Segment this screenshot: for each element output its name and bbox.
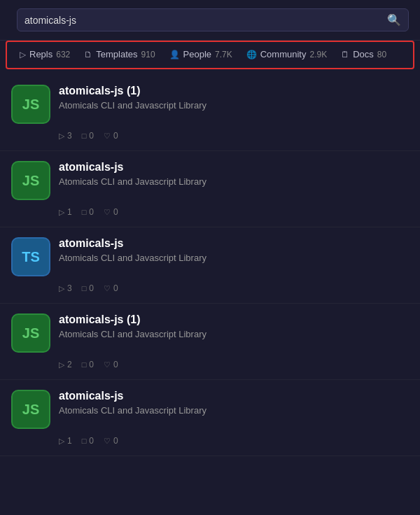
- tab-docs[interactable]: 🗒 Docs 80: [334, 42, 393, 68]
- tab-count-community: 2.9K: [309, 50, 327, 59]
- tab-label-repls: Repls: [29, 49, 52, 59]
- card-description: Atomicals CLI and Javascript Library: [59, 329, 409, 339]
- fork-icon: ▷: [59, 284, 64, 293]
- tab-people[interactable]: 👤 People 7.7K: [162, 42, 239, 68]
- comments-count: 0: [89, 207, 94, 217]
- likes-count: 0: [113, 360, 118, 369]
- fork-icon: ▷: [59, 208, 64, 217]
- tab-count-templates: 910: [141, 50, 155, 59]
- result-card[interactable]: JS atomicals-js Atomicals CLI and Javasc…: [0, 151, 420, 227]
- stat-likes: ♡ 0: [104, 360, 118, 369]
- card-info: atomicals-js Atomicals CLI and Javascrip…: [59, 161, 409, 187]
- card-stats: ▷ 3 □ 0 ♡ 0: [11, 283, 409, 293]
- stat-forks: ▷ 1: [59, 207, 72, 217]
- card-icon: TS: [11, 237, 50, 276]
- likes-count: 0: [113, 283, 118, 293]
- card-stats: ▷ 3 □ 0 ♡ 0: [11, 131, 409, 141]
- comment-icon: □: [82, 208, 87, 216]
- stat-forks: ▷ 2: [59, 360, 72, 369]
- stat-comments: □ 0: [82, 207, 94, 217]
- card-icon: JS: [11, 161, 50, 200]
- stat-forks: ▷ 1: [59, 436, 72, 446]
- likes-count: 0: [113, 207, 118, 217]
- card-top: JS atomicals-js (1) Atomicals CLI and Ja…: [11, 313, 409, 353]
- search-input[interactable]: [24, 15, 383, 26]
- forks-count: 1: [67, 436, 72, 446]
- card-title: atomicals-js: [59, 390, 409, 402]
- tab-label-docs: Docs: [353, 49, 374, 59]
- card-description: Atomicals CLI and Javascript Library: [59, 176, 409, 187]
- fork-icon: ▷: [59, 360, 64, 369]
- stat-likes: ♡ 0: [104, 131, 118, 141]
- tab-icon-repls: ▷: [20, 50, 26, 59]
- forks-count: 2: [67, 360, 72, 369]
- card-stats: ▷ 1 □ 0 ♡ 0: [11, 207, 409, 217]
- card-info: atomicals-js (1) Atomicals CLI and Javas…: [59, 85, 409, 111]
- comments-count: 0: [89, 131, 94, 141]
- heart-icon: ♡: [104, 437, 111, 446]
- card-description: Atomicals CLI and Javascript Library: [59, 100, 409, 111]
- search-bar: 🔍: [0, 0, 420, 41]
- heart-icon: ♡: [104, 208, 111, 217]
- stat-comments: □ 0: [82, 436, 94, 446]
- tab-count-docs: 80: [377, 50, 386, 59]
- comments-count: 0: [89, 283, 94, 293]
- comment-icon: □: [82, 132, 87, 140]
- card-title: atomicals-js (1): [59, 85, 409, 97]
- card-stats: ▷ 2 □ 0 ♡ 0: [11, 360, 409, 369]
- tab-community[interactable]: 🌐 Community 2.9K: [239, 42, 334, 68]
- card-top: JS atomicals-js (1) Atomicals CLI and Ja…: [11, 85, 409, 124]
- card-stats: ▷ 1 □ 0 ♡ 0: [11, 436, 409, 446]
- card-icon-inner: JS: [13, 86, 49, 122]
- card-icon: JS: [11, 85, 50, 124]
- card-icon-inner: JS: [13, 315, 49, 351]
- comments-count: 0: [89, 360, 94, 369]
- fork-icon: ▷: [59, 132, 64, 141]
- tab-icon-people: 👤: [169, 50, 180, 59]
- stat-forks: ▷ 3: [59, 131, 72, 141]
- tab-icon-templates: 🗋: [84, 50, 92, 59]
- heart-icon: ♡: [104, 284, 111, 293]
- card-top: JS atomicals-js Atomicals CLI and Javasc…: [11, 161, 409, 200]
- heart-icon: ♡: [104, 360, 111, 369]
- comments-count: 0: [89, 436, 94, 446]
- result-card[interactable]: JS atomicals-js Atomicals CLI and Javasc…: [0, 380, 420, 456]
- comment-icon: □: [82, 437, 87, 445]
- card-title: atomicals-js: [59, 161, 409, 174]
- forks-count: 3: [67, 131, 72, 141]
- tab-count-repls: 632: [56, 50, 70, 59]
- forks-count: 3: [67, 283, 72, 293]
- stat-comments: □ 0: [82, 283, 94, 293]
- stat-likes: ♡ 0: [104, 436, 118, 446]
- comment-icon: □: [82, 284, 87, 292]
- tab-label-people: People: [183, 49, 211, 59]
- result-card[interactable]: JS atomicals-js (1) Atomicals CLI and Ja…: [0, 75, 420, 151]
- stat-likes: ♡ 0: [104, 207, 118, 217]
- likes-count: 0: [113, 131, 118, 141]
- card-icon: JS: [11, 313, 50, 353]
- stat-forks: ▷ 3: [59, 283, 72, 293]
- fork-icon: ▷: [59, 437, 64, 446]
- search-button[interactable]: 🔍: [387, 13, 401, 27]
- stat-comments: □ 0: [82, 131, 94, 141]
- card-title: atomicals-js: [59, 237, 409, 250]
- tab-templates[interactable]: 🗋 Templates 910: [77, 42, 162, 68]
- result-card[interactable]: JS atomicals-js (1) Atomicals CLI and Ja…: [0, 304, 420, 380]
- tabs-bar: ▷ Repls 632 🗋 Templates 910 👤 People 7.7…: [6, 41, 414, 69]
- stat-comments: □ 0: [82, 360, 94, 369]
- tab-icon-community: 🌐: [246, 50, 257, 59]
- search-icon: 🔍: [387, 14, 401, 26]
- tab-icon-docs: 🗒: [341, 50, 349, 59]
- result-card[interactable]: TS atomicals-js Atomicals CLI and Javasc…: [0, 227, 420, 304]
- card-description: Atomicals CLI and Javascript Library: [59, 253, 409, 263]
- tab-label-templates: Templates: [96, 49, 137, 59]
- card-icon: JS: [11, 390, 50, 429]
- card-top: TS atomicals-js Atomicals CLI and Javasc…: [11, 237, 409, 276]
- likes-count: 0: [113, 436, 118, 446]
- card-icon-inner: JS: [13, 391, 49, 428]
- tab-repls[interactable]: ▷ Repls 632: [13, 42, 77, 68]
- card-top: JS atomicals-js Atomicals CLI and Javasc…: [11, 390, 409, 429]
- stat-likes: ♡ 0: [104, 283, 118, 293]
- search-input-wrapper: 🔍: [17, 8, 409, 31]
- tab-label-community: Community: [260, 49, 307, 59]
